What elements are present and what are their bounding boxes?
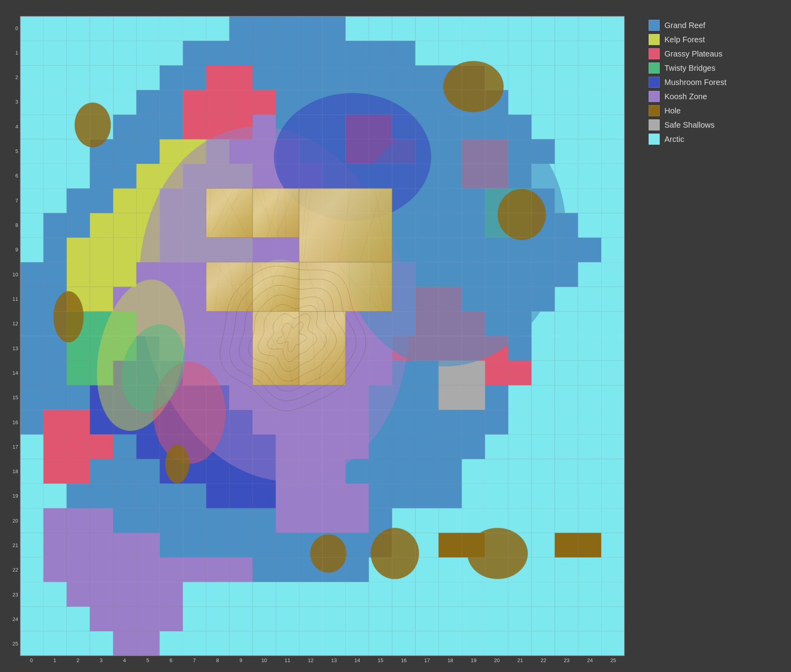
legend-swatch	[649, 77, 660, 88]
x-label: 25	[602, 656, 625, 664]
map-area: 25 24 23 22 21 20 19 18 17 16 15 14 13 1…	[8, 8, 633, 664]
legend-label: Grand Reef	[664, 21, 705, 30]
x-label: 6	[159, 656, 183, 664]
legend-item-mushroom-forest: Mushroom Forest	[649, 77, 775, 88]
x-label: 11	[276, 656, 299, 664]
y-label: 8	[8, 213, 20, 237]
x-label: 3	[90, 656, 113, 664]
y-label: 16	[8, 410, 20, 434]
x-label: 16	[392, 656, 416, 664]
x-label: 18	[439, 656, 462, 664]
y-label: 12	[8, 311, 20, 336]
x-label: 9	[229, 656, 253, 664]
y-label: 17	[8, 434, 20, 459]
legend-label: Grassy Plateaus	[664, 49, 723, 59]
y-label: 25	[8, 632, 20, 656]
y-label: 5	[8, 139, 20, 163]
legend-swatch	[649, 91, 660, 102]
legend-label: Mushroom Forest	[664, 78, 727, 87]
legend-swatch	[649, 20, 660, 31]
x-label: 8	[206, 656, 229, 664]
x-label: 21	[509, 656, 532, 664]
y-label: 4	[8, 114, 20, 139]
y-label: 13	[8, 336, 20, 361]
x-label: 10	[252, 656, 276, 664]
x-label: 5	[136, 656, 159, 664]
y-label: 3	[8, 90, 20, 114]
y-label: 19	[8, 484, 20, 508]
x-label: 7	[183, 656, 206, 664]
legend-label: Kelp Forest	[664, 35, 705, 44]
x-label: 13	[322, 656, 346, 664]
y-label: 23	[8, 582, 20, 607]
x-label: 14	[346, 656, 369, 664]
legend-item-kelp-forest: Kelp Forest	[649, 34, 775, 45]
y-label: 22	[8, 558, 20, 582]
x-label: 0	[20, 656, 43, 664]
legend-item-arctic: Arctic	[649, 134, 775, 145]
x-label: 17	[415, 656, 439, 664]
y-label: 2	[8, 65, 20, 90]
legend-label: Safe Shallows	[664, 121, 715, 130]
legend-label: Arctic	[664, 135, 684, 144]
legend-label: Twisty Bridges	[664, 64, 715, 73]
y-label: 1	[8, 40, 20, 65]
y-label: 20	[8, 508, 20, 533]
legend-item-grassy-plateaus: Grassy Plateaus	[649, 48, 775, 59]
legend-label: Hole	[664, 106, 681, 115]
x-axis-labels: 0 1 2 3 4 5 6 7 8 9 10 11 12 13 14 15 16…	[20, 656, 625, 664]
map-canvas[interactable]	[20, 16, 625, 656]
legend-swatch	[649, 48, 660, 59]
y-axis-labels: 25 24 23 22 21 20 19 18 17 16 15 14 13 1…	[8, 16, 20, 656]
legend-swatch	[649, 134, 660, 145]
y-label: 9	[8, 238, 20, 262]
legend-label: Koosh Zone	[664, 92, 707, 101]
x-label: 20	[485, 656, 509, 664]
legend-item-twisty-bridges: Twisty Bridges	[649, 62, 775, 74]
legend-swatch	[649, 105, 660, 116]
legend-item-hole: Hole	[649, 105, 775, 116]
x-label: 1	[43, 656, 66, 664]
legend-item-grand-reef: Grand Reef	[649, 20, 775, 31]
x-label: 19	[462, 656, 485, 664]
y-label: 11	[8, 287, 20, 311]
y-label: 24	[8, 607, 20, 631]
x-label: 23	[555, 656, 578, 664]
x-label: 12	[299, 656, 322, 664]
y-label: 18	[8, 459, 20, 484]
x-label: 24	[578, 656, 602, 664]
y-label: 10	[8, 262, 20, 287]
y-label: 14	[8, 361, 20, 385]
legend-item-safe-shallows: Safe Shallows	[649, 119, 775, 130]
legend: Grand Reef Kelp Forest Grassy Plateaus T…	[641, 8, 783, 664]
y-label: 0	[8, 16, 20, 40]
legend-swatch	[649, 119, 660, 130]
x-label: 2	[66, 656, 90, 664]
x-label: 22	[532, 656, 555, 664]
legend-item-koosh-zone: Koosh Zone	[649, 91, 775, 102]
legend-swatch	[649, 62, 660, 74]
x-label: 15	[369, 656, 392, 664]
y-label: 21	[8, 533, 20, 557]
y-label: 15	[8, 385, 20, 410]
y-label: 7	[8, 188, 20, 213]
y-label: 6	[8, 164, 20, 188]
main-container: 25 24 23 22 21 20 19 18 17 16 15 14 13 1…	[0, 0, 791, 672]
x-label: 4	[113, 656, 136, 664]
legend-swatch	[649, 34, 660, 45]
